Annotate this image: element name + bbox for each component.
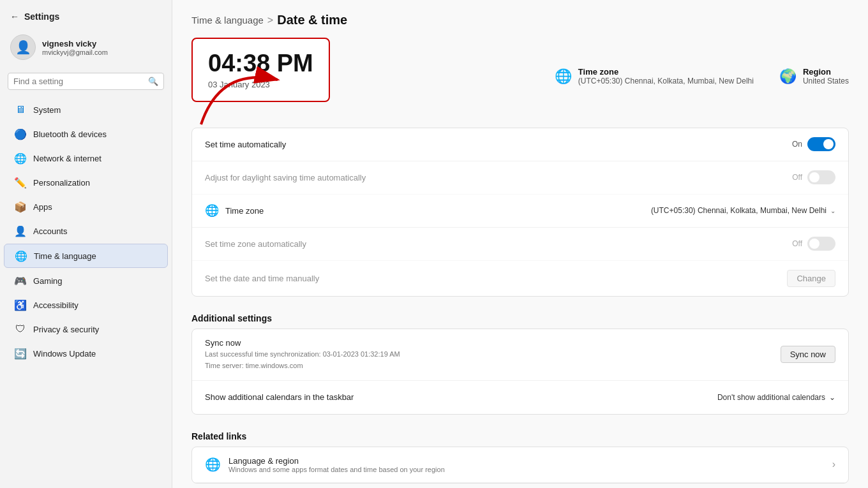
set-tz-auto-toggle[interactable]	[807, 237, 835, 251]
additional-calendars-row: Show additional calendars in the taskbar…	[192, 381, 848, 414]
timezone-dropdown-value: (UTC+05:30) Chennai, Kolkata, Mumbai, Ne…	[651, 206, 827, 215]
timezone-dropdown[interactable]: (UTC+05:30) Chennai, Kolkata, Mumbai, Ne…	[651, 206, 835, 215]
search-box[interactable]: 🔍	[8, 73, 164, 90]
sidebar-item-privacy[interactable]: 🛡 Privacy & security	[4, 318, 168, 341]
apps-icon: 📦	[14, 200, 27, 213]
sidebar-item-update[interactable]: 🔄 Windows Update	[4, 342, 168, 365]
time-display: 04:38 PM	[208, 50, 313, 77]
sync-last-sync: Last successful time synchronization: 03…	[205, 349, 400, 360]
user-info: vignesh vicky mvickyvj@gmail.com	[42, 39, 108, 56]
sidebar-item-personalization[interactable]: ✏️ Personalization	[4, 171, 168, 194]
sidebar-item-label: Bluetooth & devices	[33, 129, 107, 139]
breadcrumb-separator: >	[267, 15, 273, 26]
main-content: Time & language > Date & time 04:38 PM 0…	[172, 0, 868, 488]
personalization-icon: ✏️	[14, 176, 27, 189]
region-info-label: Region	[803, 67, 849, 77]
language-region-icon: 🌐	[205, 457, 221, 472]
additional-calendars-dropdown[interactable]: Don't show additional calendars ⌄	[717, 393, 835, 402]
time-card: 04:38 PM 03 January 2023	[191, 38, 330, 102]
sidebar-item-apps[interactable]: 📦 Apps	[4, 195, 168, 218]
additional-settings-section: Sync now Last successful time synchroniz…	[191, 329, 849, 415]
settings-section: Set time automatically On Adjust for day…	[191, 128, 849, 297]
timezone-row-icon: 🌐	[205, 203, 219, 218]
user-name: vignesh vicky	[42, 39, 108, 48]
region-info-value: United States	[803, 77, 849, 85]
sidebar-item-label: Network & internet	[33, 154, 101, 163]
daylight-saving-control: Off	[792, 170, 835, 184]
set-tz-auto-control: Off	[792, 237, 835, 251]
additional-calendars-value: Don't show additional calendars	[717, 393, 825, 402]
additional-calendars-label: Show additional calendars in the taskbar	[205, 392, 354, 402]
set-time-auto-toggle[interactable]	[807, 137, 835, 151]
timezone-info-card: 🌐 Time zone (UTC+05:30) Chennai, Kolkata…	[555, 67, 754, 85]
sidebar-header: ← Settings	[0, 6, 172, 29]
set-time-auto-row: Set time automatically On	[192, 128, 848, 161]
language-region-description: Windows and some apps format dates and t…	[228, 466, 445, 473]
bluetooth-icon: 🔵	[14, 128, 27, 140]
sidebar-item-label: System	[33, 105, 61, 115]
back-button[interactable]: ←	[10, 11, 19, 22]
timezone-info-label: Time zone	[578, 67, 754, 77]
set-date-manual-label: Set the date and time manually	[205, 274, 319, 283]
timezone-row: 🌐 Time zone (UTC+05:30) Chennai, Kolkata…	[192, 195, 848, 228]
set-tz-auto-row: Set time zone automatically Off	[192, 228, 848, 261]
timezone-chevron-down-icon: ⌄	[830, 207, 835, 214]
toggle-thumb	[809, 172, 819, 182]
related-links-section: 🌐 Language & region Windows and some app…	[191, 447, 849, 484]
sync-now-button[interactable]: Sync now	[781, 346, 835, 363]
sync-server: Time server: time.windows.com	[205, 360, 400, 371]
language-region-label: Language & region	[228, 456, 445, 466]
additional-calendars-chevron-icon: ⌄	[829, 393, 835, 402]
sidebar-item-label: Privacy & security	[33, 325, 99, 334]
sync-title: Sync now	[205, 338, 400, 348]
sidebar-item-accounts[interactable]: 👤 Accounts	[4, 219, 168, 242]
daylight-saving-row: Adjust for daylight saving time automati…	[192, 161, 848, 195]
set-date-manual-row: Set the date and time manually Change	[192, 261, 848, 296]
set-time-auto-toggle-text: On	[792, 140, 802, 149]
additional-settings-title: Additional settings	[191, 303, 849, 329]
date-display: 03 January 2023	[208, 80, 313, 89]
avatar: 👤	[10, 34, 36, 60]
language-region-row[interactable]: 🌐 Language & region Windows and some app…	[192, 447, 848, 483]
sidebar-item-network[interactable]: 🌐 Network & internet	[4, 147, 168, 170]
sidebar-item-bluetooth[interactable]: 🔵 Bluetooth & devices	[4, 122, 168, 145]
toggle-thumb	[809, 239, 819, 249]
timezone-info-value: (UTC+05:30) Chennai, Kolkata, Mumbai, Ne…	[578, 77, 754, 85]
sync-row: Sync now Last successful time synchroniz…	[192, 329, 848, 381]
toggle-thumb	[823, 139, 834, 149]
sidebar-title: Settings	[24, 11, 59, 22]
breadcrumb: Time & language > Date & time	[191, 13, 849, 27]
sidebar-item-system[interactable]: 🖥 System	[4, 98, 168, 121]
sidebar-item-label: Gaming	[33, 276, 63, 286]
sidebar-item-label: Windows Update	[33, 349, 96, 359]
accessibility-icon: ♿	[14, 299, 27, 311]
search-icon: 🔍	[148, 77, 158, 86]
timezone-row-label: Time zone	[225, 206, 264, 216]
change-date-button[interactable]: Change	[787, 270, 835, 287]
sidebar-item-time[interactable]: 🌐 Time & language	[4, 244, 168, 268]
set-time-auto-control: On	[792, 137, 835, 151]
timezone-globe-icon: 🌐	[555, 68, 572, 85]
sidebar-item-accessibility[interactable]: ♿ Accessibility	[4, 293, 168, 316]
sidebar-item-label: Accounts	[33, 226, 67, 236]
sidebar-item-label: Accessibility	[33, 300, 79, 310]
daylight-saving-toggle[interactable]	[807, 170, 835, 184]
set-time-auto-label: Set time automatically	[205, 140, 286, 149]
system-icon: 🖥	[14, 103, 27, 116]
update-icon: 🔄	[14, 347, 27, 360]
search-input[interactable]	[13, 77, 144, 86]
user-section: 👤 vignesh vicky mvickyvj@gmail.com	[0, 29, 172, 70]
sidebar: ← Settings 👤 vignesh vicky mvickyvj@gmai…	[0, 0, 172, 488]
sidebar-item-gaming[interactable]: 🎮 Gaming	[4, 269, 168, 292]
network-icon: 🌐	[14, 152, 27, 165]
user-email: mvickyvj@gmail.com	[42, 48, 108, 56]
related-links-title: Related links	[191, 421, 849, 447]
breadcrumb-current: Date & time	[277, 13, 347, 27]
set-tz-auto-toggle-text: Off	[792, 239, 802, 248]
daylight-saving-toggle-text: Off	[792, 173, 802, 182]
sidebar-item-label: Apps	[33, 202, 52, 212]
chevron-right-icon: ›	[832, 459, 835, 470]
privacy-icon: 🛡	[14, 323, 27, 336]
accounts-icon: 👤	[14, 225, 27, 237]
sidebar-item-label: Time & language	[34, 251, 96, 261]
